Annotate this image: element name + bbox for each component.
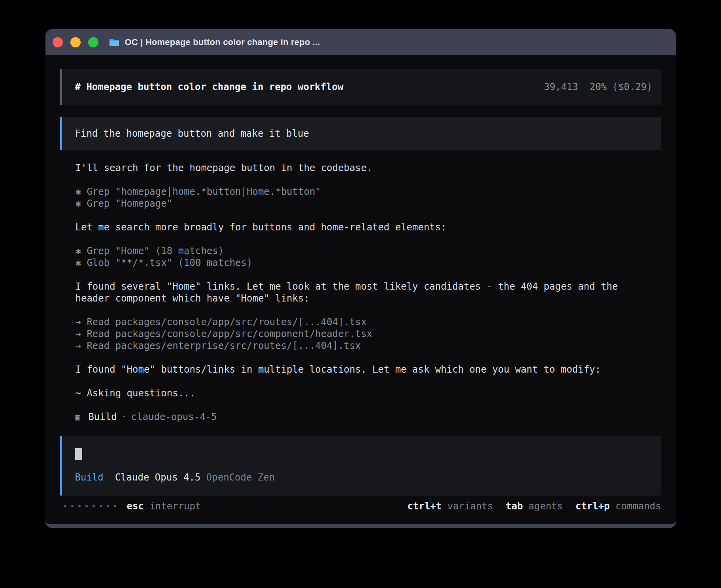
session-title: # Homepage button color change in repo w… [75,81,344,93]
terminal-window: OC | Homepage button color change in rep… [45,29,676,528]
assistant-status: ~ Asking questions... [75,387,661,399]
tool-call-line: ✱ Grep "homepage|home.*button|Home.*butt… [75,186,661,198]
assistant-message: I'll search for the homepage button in t… [75,162,661,174]
assistant-text-line: I found several "Home" links. Let me loo… [75,281,635,304]
ctrl-p-key: ctrl+p [576,501,610,512]
tool-call-line: ✱ Grep "Home" (18 matches) [75,245,661,257]
terminal-content: # Homepage button color change in repo w… [45,55,676,524]
agent-name: Build [88,411,117,422]
token-count: 39,413 [544,81,578,92]
spinner-dots-icon [64,505,116,507]
esc-key: esc [127,501,144,512]
status-bar: escinterrupt ctrl+tvariants tabagents ct… [60,500,661,512]
tab-key: tab [506,501,523,512]
agent-status-line: ▣Build·claude-opus-4-5 [75,411,661,423]
prompt-input[interactable]: Build Claude Opus 4.5 OpenCode Zen [60,436,661,496]
tool-call-line: → Read packages/console/app/src/componen… [75,328,661,340]
session-cost: ($0.29) [612,81,652,92]
tool-call-line: → Read packages/console/app/src/routes/[… [75,316,661,328]
minimize-button[interactable] [70,37,81,47]
session-header: # Homepage button color change in repo w… [60,69,661,105]
agents-label: agents [528,501,563,512]
asking-questions-line: ~ Asking questions... [75,387,661,399]
status-left: escinterrupt [60,500,201,512]
tool-call-line: ✱ Glob "**/*.tsx" (100 matches) [75,257,661,269]
separator-dot: · [121,411,126,422]
shortcut-variants: ctrl+tvariants [408,500,493,512]
assistant-text-line: I'll search for the homepage button in t… [75,162,661,174]
model-provider: OpenCode Zen [206,471,275,483]
tool-call-group: ✱ Grep "homepage|home.*button|Home.*butt… [75,186,661,209]
assistant-message: I found several "Home" links. Let me loo… [75,281,635,304]
ctrl-t-key: ctrl+t [408,501,442,512]
agent-model: claude-opus-4-5 [131,411,217,422]
status-right: ctrl+tvariants tabagents ctrl+pcommands [408,500,661,512]
assistant-text-line: Let me search more broadly for buttons a… [75,221,661,233]
tool-call-group: → Read packages/console/app/src/routes/[… [75,316,661,352]
zoom-button[interactable] [88,37,98,47]
assistant-message: I found "Home" buttons/links in multiple… [75,364,661,375]
folder-icon [109,38,120,47]
user-message-text: Find the homepage button and make it blu… [75,128,309,139]
text-cursor [75,448,82,460]
window-controls [53,37,98,47]
model-line: Build Claude Opus 4.5 OpenCode Zen [75,471,648,483]
titlebar: OC | Homepage button color change in rep… [45,29,676,55]
model-name[interactable]: Claude Opus 4.5 [115,471,201,483]
tool-call-group: ✱ Grep "Home" (18 matches) ✱ Glob "**/*.… [75,245,661,269]
session-stats: 39,41320%($0.29) [544,81,653,93]
tool-call-line: → Read packages/enterprise/src/routes/[.… [75,340,661,352]
conversation: I'll search for the homepage button in t… [75,162,661,423]
interrupt-hint: escinterrupt [127,500,201,512]
context-percent: 20% [590,81,607,92]
window-title: OC | Homepage button color change in rep… [125,37,320,47]
variants-label: variants [447,501,493,512]
assistant-message: Let me search more broadly for buttons a… [75,221,661,233]
tool-call-line: ✱ Grep "Homepage" [75,198,661,209]
shortcut-agents: tabagents [506,500,563,512]
commands-label: commands [615,501,661,512]
agent-icon: ▣ [75,413,81,422]
agent-mode[interactable]: Build [75,471,104,483]
shortcut-commands: ctrl+pcommands [576,500,661,512]
interrupt-label: interrupt [149,501,201,512]
user-message: Find the homepage button and make it blu… [60,117,661,150]
close-button[interactable] [53,37,63,47]
assistant-text-line: I found "Home" buttons/links in multiple… [75,364,661,375]
